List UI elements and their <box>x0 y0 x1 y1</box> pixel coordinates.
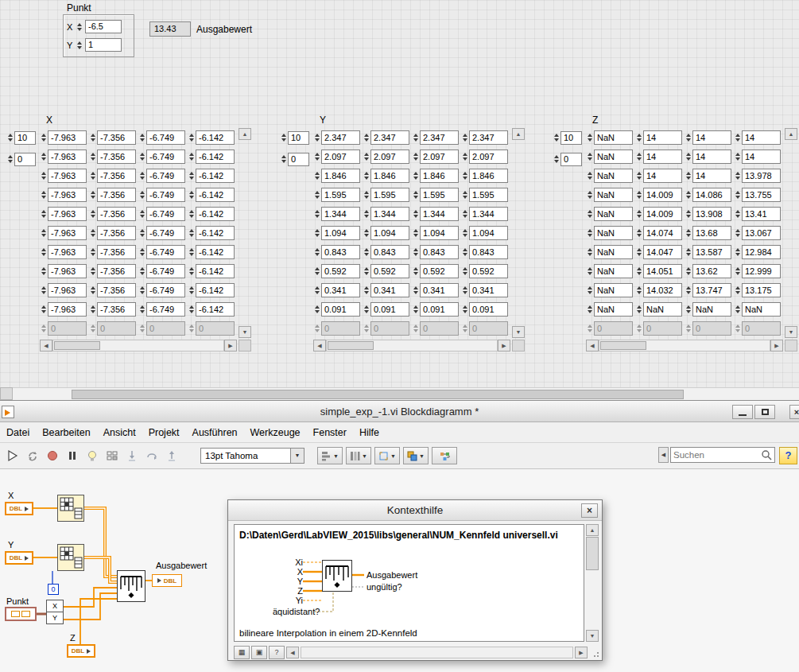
increment-decrement-icon[interactable] <box>89 286 97 294</box>
array-cell-value[interactable]: NaN <box>594 188 633 202</box>
collapse-search-icon[interactable]: ◀ <box>658 447 669 463</box>
array-cell-value[interactable]: 13.755 <box>742 188 781 202</box>
array-cell[interactable]: 0.091 <box>412 300 461 319</box>
array-cell[interactable]: NaN <box>586 185 635 204</box>
array-cell[interactable]: 0.843 <box>363 243 412 262</box>
scroll-down-icon[interactable]: ▼ <box>239 326 251 338</box>
increment-decrement-icon[interactable] <box>40 305 48 313</box>
increment-decrement-icon[interactable] <box>635 134 643 142</box>
array-index-value[interactable]: 0 <box>14 153 36 166</box>
array-cell-value[interactable]: 13.41 <box>742 207 781 221</box>
increment-decrement-icon[interactable] <box>734 267 742 275</box>
array-cell[interactable]: -7.356 <box>89 166 138 185</box>
punkt-cluster[interactable]: Punkt X -6.5 Y 1 <box>63 14 134 57</box>
array-cell[interactable]: NaN <box>586 281 635 300</box>
increment-decrement-icon[interactable] <box>635 191 643 199</box>
increment-decrement-icon[interactable] <box>313 324 321 332</box>
array-cell[interactable]: 13.62 <box>685 262 734 281</box>
menu-werkzeuge[interactable]: Werkzeuge <box>244 424 307 441</box>
array-cell-value[interactable]: 1.846 <box>321 169 360 183</box>
array-cell[interactable]: 14 <box>635 128 685 147</box>
array-cell-value[interactable]: 14 <box>692 150 731 164</box>
array-cell[interactable]: -7.356 <box>89 147 138 166</box>
array-cell[interactable]: 0 <box>586 319 635 338</box>
array-cell[interactable]: 0.843 <box>313 243 363 262</box>
increment-decrement-icon[interactable] <box>40 153 48 161</box>
scrollbar-thumb[interactable] <box>328 341 374 350</box>
resize-grip[interactable] <box>589 647 599 658</box>
increment-decrement-icon[interactable] <box>138 324 146 332</box>
increment-decrement-icon[interactable] <box>313 305 321 313</box>
array-horizontal-scrollbar[interactable]: ◀ ▶ <box>586 340 783 352</box>
increment-decrement-icon[interactable] <box>635 324 643 332</box>
array-cell-value[interactable]: 14 <box>742 150 781 164</box>
increment-decrement-icon[interactable] <box>188 305 196 313</box>
array-cell-value[interactable]: NaN <box>643 302 682 317</box>
scrollbar-thumb[interactable] <box>600 341 646 350</box>
increment-decrement-icon[interactable] <box>363 248 370 256</box>
array-index[interactable]: 0 <box>280 150 313 168</box>
scroll-down-icon[interactable]: ▼ <box>785 326 797 338</box>
array-cell[interactable]: -7.356 <box>89 243 138 262</box>
array-cell-value[interactable]: -6.749 <box>146 150 185 164</box>
highlight-execution-button[interactable] <box>82 446 102 465</box>
increment-decrement-icon[interactable] <box>586 324 594 332</box>
increment-decrement-icon[interactable] <box>89 191 97 199</box>
array-cell[interactable]: 0.341 <box>461 281 510 300</box>
menu-projekt[interactable]: Projekt <box>142 424 186 441</box>
array-cell-value[interactable]: -6.142 <box>196 264 235 278</box>
increment-decrement-icon[interactable] <box>685 248 692 256</box>
punkt-y-control[interactable]: Y 1 <box>67 36 130 54</box>
increment-decrement-icon[interactable] <box>40 172 48 180</box>
array-cell-value[interactable]: 0.091 <box>370 302 409 317</box>
array-cell[interactable]: -7.356 <box>89 223 138 243</box>
increment-decrement-icon[interactable] <box>89 210 97 218</box>
array-cell[interactable]: -6.749 <box>138 185 188 204</box>
cleanup-diagram-button[interactable] <box>432 447 457 464</box>
array-cell[interactable]: 0.091 <box>461 300 510 319</box>
array-cell-value[interactable]: NaN <box>692 302 731 317</box>
array-cell-value[interactable]: -7.356 <box>97 245 136 259</box>
array-cell[interactable]: 13.755 <box>734 185 783 204</box>
increment-decrement-icon[interactable] <box>40 210 48 218</box>
array-cell-value[interactable]: -6.142 <box>196 169 235 183</box>
array-cell-value[interactable]: 14.009 <box>643 207 682 221</box>
array-cell[interactable]: 1.094 <box>313 223 363 243</box>
array-cell[interactable]: 13.067 <box>734 223 783 243</box>
array-cell[interactable]: 14 <box>635 147 685 166</box>
scroll-left-icon[interactable]: ◀ <box>313 340 326 352</box>
array-cell-value[interactable]: 1.094 <box>321 226 360 240</box>
increment-decrement-icon[interactable] <box>313 229 321 237</box>
array-cell[interactable]: -6.749 <box>138 147 188 166</box>
array-cell-value[interactable]: 1.595 <box>370 188 409 202</box>
array-cell[interactable]: NaN <box>586 147 635 166</box>
increment-decrement-icon[interactable] <box>461 286 469 294</box>
scroll-up-icon[interactable]: ▲ <box>239 128 251 140</box>
increment-decrement-icon[interactable] <box>89 153 97 161</box>
array-cell-value[interactable]: 0.091 <box>420 302 459 317</box>
array-cell[interactable]: -7.356 <box>89 262 138 281</box>
increment-decrement-icon[interactable] <box>553 155 560 163</box>
array-cell-value[interactable]: 0.091 <box>321 302 360 317</box>
array-cell[interactable]: 0 <box>461 319 510 338</box>
increment-decrement-icon[interactable] <box>685 305 692 313</box>
minimize-button[interactable] <box>732 405 753 419</box>
array-cell[interactable]: -6.749 <box>138 204 188 223</box>
array-cell[interactable]: 12.999 <box>734 262 783 281</box>
array-cell-value[interactable]: NaN <box>594 150 633 164</box>
array-cell[interactable]: 14 <box>734 147 783 166</box>
array-cell-value[interactable]: 0 <box>469 321 508 336</box>
array-cell[interactable]: -6.749 <box>138 300 188 319</box>
array-cell[interactable]: -6.749 <box>138 243 188 262</box>
array-cell-value[interactable]: 1.595 <box>420 188 459 202</box>
detailed-help-button[interactable]: ? <box>269 646 285 659</box>
array-cell[interactable]: 0 <box>635 319 685 338</box>
array-cell-value[interactable]: 13.68 <box>692 226 731 240</box>
array-cell[interactable]: 1.846 <box>313 166 363 185</box>
array-cell[interactable]: NaN <box>685 300 734 319</box>
array-cell-value[interactable]: 2.097 <box>321 150 360 164</box>
array-cell[interactable]: -7.963 <box>40 204 89 223</box>
increment-decrement-icon[interactable] <box>412 248 420 256</box>
array-cell-value[interactable]: -7.356 <box>97 150 136 164</box>
increment-decrement-icon[interactable] <box>461 134 469 142</box>
